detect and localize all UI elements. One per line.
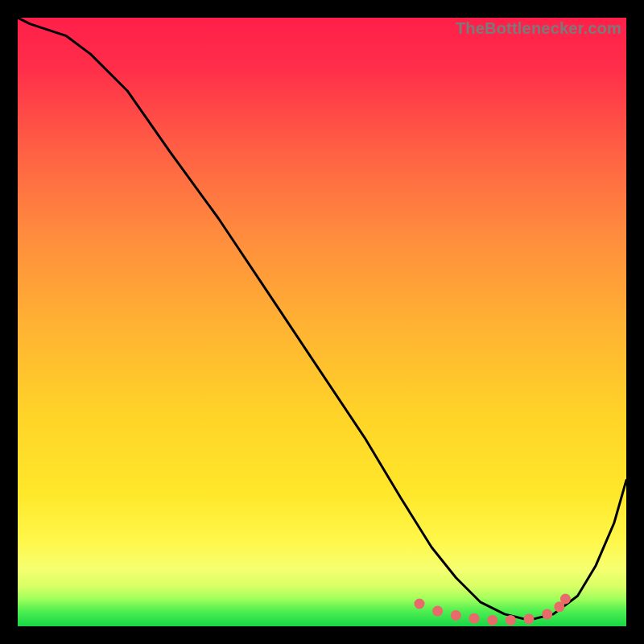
marker-dot [524, 613, 535, 624]
marker-dot [415, 599, 425, 609]
marker-dot [560, 594, 571, 605]
gradient-background [18, 18, 626, 626]
marker-dot [451, 610, 461, 621]
chart-frame: TheBottlenecker.com [18, 18, 626, 626]
marker-dot [542, 609, 552, 619]
watermark-text: TheBottlenecker.com [456, 19, 621, 38]
marker-dot [469, 613, 480, 624]
marker-dot [506, 615, 516, 625]
marker-dot [432, 606, 443, 617]
marker-dot [487, 615, 497, 625]
chart-canvas [18, 18, 626, 626]
